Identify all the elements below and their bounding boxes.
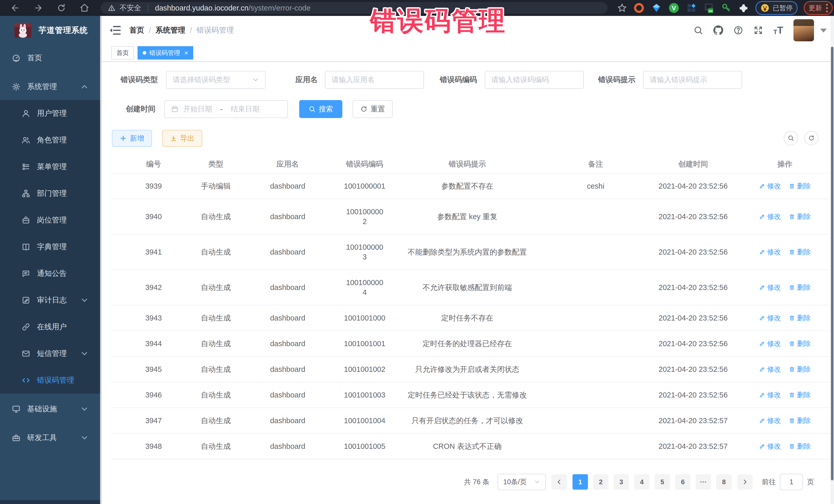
edit-link[interactable]: 修改 [759,212,781,221]
window-scrollbar[interactable] [830,16,834,504]
breadcrumb-home[interactable]: 首页 [129,25,144,36]
extension-orange-icon[interactable] [633,2,644,14]
home-icon[interactable] [80,3,89,13]
sidebar-item-system-management[interactable]: 系统管理 [0,73,102,100]
delete-link[interactable]: 删除 [789,313,811,323]
sidebar-item-post-management[interactable]: 岗位管理 [0,207,102,234]
add-button[interactable]: 新增 [112,130,152,147]
github-icon[interactable] [714,25,723,35]
tab-home[interactable]: 首页 [111,46,134,60]
sidebar-item-online-users[interactable]: 在线用户 [0,313,102,340]
scrollbar-thumb[interactable] [831,47,833,480]
user-avatar[interactable] [793,19,814,41]
edit-link[interactable]: 修改 [759,283,781,292]
page-button-6[interactable]: 6 [675,474,690,490]
sidebar-item-dev-tools[interactable]: 研发工具 [0,424,102,451]
extension-key-icon[interactable] [721,2,732,14]
extension-gem-icon[interactable] [651,2,662,14]
error-msg-input[interactable] [643,71,742,89]
sidebar-item-dict-management[interactable]: 字典管理 [0,234,102,260]
table-row[interactable]: 3939手动编辑dashboard1001000001参数配置不存在ceshi2… [112,174,830,199]
delete-link[interactable]: 删除 [789,441,811,451]
page-button-1[interactable]: 1 [572,474,588,490]
tab-close-icon[interactable]: × [184,49,188,56]
sidebar-item-error-code-management[interactable]: 错误码管理 [0,367,102,394]
page-button-5[interactable]: 5 [655,474,670,490]
delete-link[interactable]: 删除 [789,390,811,400]
page-size-select[interactable]: 10条/页 [498,474,546,490]
page-button-3[interactable]: 3 [614,474,629,490]
header-search-icon[interactable] [694,25,703,35]
page-button-2[interactable]: 2 [593,474,609,490]
edit-link[interactable]: 修改 [759,416,781,425]
edit-link[interactable]: 修改 [759,339,781,349]
browser-menu-icon[interactable] [826,4,828,12]
sidebar-logo[interactable]: 芋道管理系统 [0,16,102,45]
toggle-search-button[interactable] [784,131,798,145]
sidebar-item-audit-log[interactable]: 审计日志 [0,287,102,313]
bookmark-star-icon[interactable] [617,3,627,13]
table-row[interactable]: 3942自动生成dashboard100100000 4不允许获取敏感配置到前端… [112,270,830,305]
hamburger-icon[interactable] [109,25,120,36]
sidebar-collapse-bar[interactable] [0,500,102,504]
prev-page-button[interactable] [551,474,567,490]
sidebar-item-infrastructure[interactable]: 基础设施 [0,396,102,422]
fontsize-icon[interactable]: TT [773,25,783,35]
breadcrumb-system[interactable]: 系统管理 [155,25,185,36]
delete-link[interactable]: 删除 [789,416,811,425]
edit-link[interactable]: 修改 [759,390,781,400]
table-row[interactable]: 3941自动生成dashboard100100000 3不能删除类型为系统内置的… [112,235,830,270]
sidebar-item-role-management[interactable]: 角色管理 [0,127,102,153]
table-row[interactable]: 3946自动生成dashboard1001001003定时任务已经处于该状态，无… [112,382,830,408]
delete-link[interactable]: 删除 [789,181,811,191]
delete-link[interactable]: 删除 [789,283,811,292]
refresh-table-button[interactable] [804,131,819,145]
page-button-8[interactable]: 8 [716,474,731,490]
caret-down-icon[interactable] [820,27,827,34]
address-bar[interactable]: 不安全 dashboard.yudao.iocoder.cn/system/er… [101,2,608,14]
create-time-range-picker[interactable]: 开始日期 - 结束日期 [164,100,288,118]
fullscreen-icon[interactable] [753,25,763,35]
export-button[interactable]: 导出 [162,130,202,147]
delete-link[interactable]: 删除 [789,247,811,257]
extension-puzzle-icon[interactable] [738,2,749,14]
extension-paused-badge[interactable]: 已暂停 [755,1,797,15]
next-page-button[interactable] [737,474,753,490]
delete-link[interactable]: 删除 [789,365,811,374]
app-name-input[interactable] [325,71,424,89]
edit-link[interactable]: 修改 [759,247,781,257]
back-icon[interactable] [10,3,20,13]
edit-link[interactable]: 修改 [759,441,781,451]
reset-button[interactable]: 重置 [353,100,393,118]
forward-icon[interactable] [34,3,43,13]
sidebar-item-dept-management[interactable]: 部门管理 [0,180,102,207]
delete-link[interactable]: 删除 [789,339,811,349]
table-row[interactable]: 3944自动生成dashboard1001001001定时任务的处理器已经存在2… [112,331,830,357]
delete-link[interactable]: 删除 [789,212,811,221]
table-row[interactable]: 3948自动生成dashboard1001001005CRON 表达式不正确20… [112,434,830,459]
docs-question-icon[interactable] [733,25,743,35]
page-ellipsis-button[interactable]: ··· [696,474,711,490]
table-row[interactable]: 3947自动生成dashboard1001001004只有开启状态的任务，才可以… [112,408,830,434]
error-code-input[interactable] [485,71,584,89]
search-button[interactable]: 搜索 [299,100,342,118]
sidebar-item-notice-announcement[interactable]: 通知公告 [0,260,102,287]
goto-page-input[interactable] [780,474,803,490]
extension-grid-icon[interactable] [686,2,697,14]
edit-link[interactable]: 修改 [759,365,781,374]
reload-icon[interactable] [57,3,66,13]
extension-green-v-icon[interactable]: V [668,2,680,14]
sidebar-item-home[interactable]: 首页 [0,45,102,71]
page-button-4[interactable]: 4 [634,474,650,490]
edit-link[interactable]: 修改 [759,181,781,191]
sidebar-item-sms-management[interactable]: 短信管理 [0,340,102,367]
error-type-select[interactable]: 请选择错误码类型 [166,71,266,89]
sidebar-item-user-management[interactable]: 用户管理 [0,100,102,127]
extension-on-badge-icon[interactable]: on [703,2,715,14]
table-row[interactable]: 3945自动生成dashboard1001001002只允许修改为开启或者关闭状… [112,357,830,382]
browser-update-button[interactable]: 更新 [804,1,833,15]
sidebar-item-menu-management[interactable]: 菜单管理 [0,153,102,180]
table-row[interactable]: 3943自动生成dashboard1001001000定时任务不存在2021-0… [112,305,830,331]
edit-link[interactable]: 修改 [759,313,781,323]
table-row[interactable]: 3940自动生成dashboard100100000 2参数配置 key 重复2… [112,199,830,235]
